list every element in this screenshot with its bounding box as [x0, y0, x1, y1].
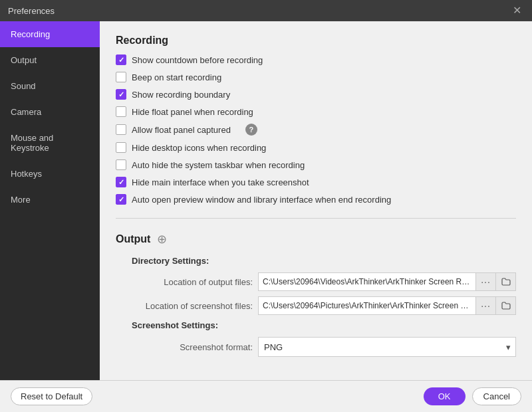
- checkbox-hide-taskbar[interactable]: [116, 159, 126, 170]
- footer: Reset to Default OK Cancel: [0, 380, 532, 412]
- move-icon: ⊕: [157, 232, 167, 247]
- checkbox-hide-interface[interactable]: [116, 177, 126, 187]
- title-bar: Preferences ✕: [0, 0, 532, 21]
- help-icon[interactable]: ?: [245, 124, 257, 136]
- checkbox-hide-float[interactable]: [116, 106, 126, 117]
- screenshot-files-row: Location of screenshot files: ···: [116, 296, 516, 315]
- sidebar-item-more[interactable]: More: [0, 187, 100, 213]
- checkbox-row-auto-open: Auto open preview window and library int…: [116, 194, 516, 205]
- checkbox-hide-desktop-label: Hide desktop icons when recording: [132, 143, 266, 153]
- checkbox-row-boundary: Show recording boundary: [116, 89, 516, 100]
- checkbox-hide-interface-label: Hide main interface when you take screen…: [132, 177, 309, 187]
- checkbox-auto-open[interactable]: [116, 194, 126, 205]
- output-files-folder-button[interactable]: [496, 272, 516, 291]
- screenshot-files-folder-button[interactable]: [496, 296, 516, 315]
- output-section: Output ⊕ Directory Settings: Location of…: [116, 232, 516, 357]
- directory-settings-title: Directory Settings:: [116, 256, 516, 266]
- screenshot-settings-title: Screenshot Settings:: [116, 320, 516, 330]
- checkbox-row-hide-float: Hide float panel when recording: [116, 106, 516, 117]
- checkbox-row-hide-taskbar: Auto hide the system taskbar when record…: [116, 159, 516, 170]
- checkbox-row-beep: Beep on start recording: [116, 72, 516, 82]
- checkbox-hide-taskbar-label: Auto hide the system taskbar when record…: [132, 160, 305, 170]
- checkbox-boundary[interactable]: [116, 89, 126, 100]
- checkbox-beep[interactable]: [116, 72, 126, 82]
- checkbox-row-allow-float: Allow float panel captured ?: [116, 124, 516, 136]
- section-divider: [116, 218, 516, 219]
- dialog-title: Preferences: [8, 6, 55, 16]
- footer-right: OK Cancel: [424, 387, 521, 405]
- format-label: Screenshot format:: [132, 342, 258, 352]
- sidebar-item-output[interactable]: Output: [0, 47, 100, 73]
- main-content: Recording Show countdown before recordin…: [100, 21, 532, 380]
- screenshot-files-input[interactable]: [258, 296, 476, 315]
- sidebar-item-sound[interactable]: Sound: [0, 73, 100, 99]
- sidebar-item-recording[interactable]: Recording: [0, 21, 100, 47]
- output-section-title: Output: [116, 233, 150, 245]
- checkbox-row-hide-desktop: Hide desktop icons when recording: [116, 142, 516, 153]
- checkbox-countdown-label: Show countdown before recording: [132, 55, 263, 65]
- recording-section: Recording Show countdown before recordin…: [116, 35, 516, 205]
- ok-button[interactable]: OK: [424, 387, 466, 405]
- app-body: Recording Output Sound Camera Mouse and …: [0, 21, 532, 380]
- recording-checkboxes: Show countdown before recording Beep on …: [116, 54, 516, 205]
- close-button[interactable]: ✕: [510, 4, 524, 17]
- format-row: Screenshot format: PNG JPG BMP GIF: [116, 337, 516, 357]
- checkbox-boundary-label: Show recording boundary: [132, 90, 230, 100]
- output-header: Output ⊕: [116, 232, 516, 247]
- sidebar-item-camera[interactable]: Camera: [0, 99, 100, 125]
- output-files-dots-button[interactable]: ···: [476, 272, 496, 291]
- checkbox-countdown[interactable]: [116, 54, 126, 65]
- sidebar: Recording Output Sound Camera Mouse and …: [0, 21, 100, 380]
- screenshot-settings-section: Screenshot Settings: Screenshot format: …: [116, 320, 516, 357]
- checkbox-row-hide-interface: Hide main interface when you take screen…: [116, 177, 516, 187]
- screenshot-files-label: Location of screenshot files:: [132, 301, 258, 311]
- checkbox-row-countdown: Show countdown before recording: [116, 54, 516, 65]
- recording-section-title: Recording: [116, 35, 516, 47]
- reset-button[interactable]: Reset to Default: [11, 387, 92, 405]
- cancel-button[interactable]: Cancel: [472, 387, 521, 405]
- sidebar-item-mouse-keystroke[interactable]: Mouse and Keystroke: [0, 125, 100, 161]
- checkbox-auto-open-label: Auto open preview window and library int…: [132, 195, 391, 205]
- output-files-label: Location of output files:: [132, 277, 258, 287]
- output-files-input[interactable]: [258, 272, 476, 291]
- checkbox-hide-desktop[interactable]: [116, 142, 126, 153]
- screenshot-files-dots-button[interactable]: ···: [476, 296, 496, 315]
- output-files-row: Location of output files: ···: [116, 272, 516, 291]
- checkbox-beep-label: Beep on start recording: [132, 72, 221, 82]
- screenshot-files-input-group: ···: [258, 296, 516, 315]
- format-select[interactable]: PNG JPG BMP GIF: [258, 337, 516, 357]
- checkbox-hide-float-label: Hide float panel when recording: [132, 107, 253, 117]
- checkbox-allow-float[interactable]: [116, 124, 126, 135]
- format-select-wrapper: PNG JPG BMP GIF: [258, 337, 516, 357]
- sidebar-item-hotkeys[interactable]: Hotkeys: [0, 161, 100, 187]
- checkbox-allow-float-label: Allow float panel captured: [132, 125, 231, 135]
- output-files-input-group: ···: [258, 272, 516, 291]
